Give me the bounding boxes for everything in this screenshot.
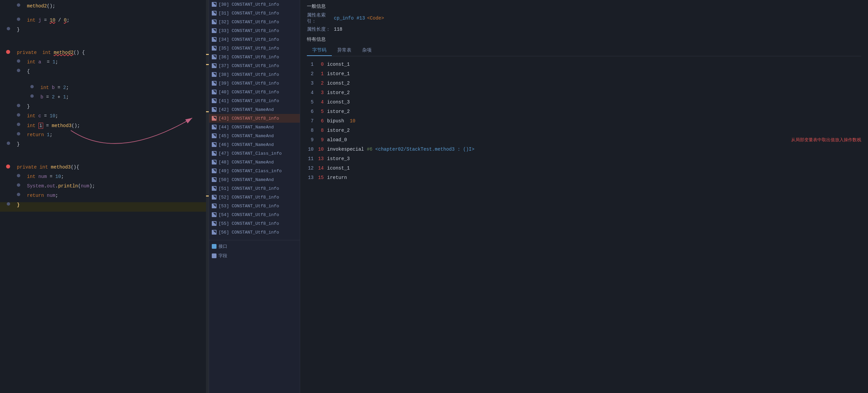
field-item[interactable]: 字段: [209, 251, 300, 261]
bc-line-num: 9: [307, 137, 317, 143]
bc-row-13: 13 15 ireturn: [307, 173, 861, 182]
gutter-dot: [7, 142, 10, 145]
const-item-37[interactable]: [37] CONSTANT_Utf8_info: [209, 61, 300, 70]
code-token: [35, 174, 38, 179]
const-item-41[interactable]: [41] CONSTANT_Utf8_info: [209, 96, 300, 105]
const-item-label: [37] CONSTANT_Utf8_info: [219, 63, 279, 68]
const-item-51[interactable]: [51] CONSTANT_Utf8_info: [209, 184, 300, 193]
code-token: }: [17, 202, 20, 208]
code-token: [51, 50, 54, 55]
const-item-54[interactable]: [54] CONSTANT_Utf8_info: [209, 210, 300, 219]
file-icon: [212, 46, 216, 51]
code-token: private: [17, 164, 37, 170]
code-line: int i = method3 ();: [0, 123, 209, 132]
code-token: }: [27, 104, 30, 109]
code-area: method2(); int j = 10 / 0 ;: [0, 0, 209, 222]
code-line: return 1 ;: [0, 132, 209, 142]
const-item-35[interactable]: [35] CONSTANT_Utf8_info: [209, 44, 300, 53]
bc-line-num: 11: [307, 156, 317, 161]
attribute-name-row: 属性名索引： cp_info #13 <Code>: [307, 12, 861, 24]
code-token: ;: [55, 59, 58, 65]
bc-row-1: 1 0 iconst_1: [307, 60, 861, 69]
const-item-52[interactable]: [52] CONSTANT_Utf8_info: [209, 193, 300, 202]
tab-bytecode[interactable]: 字节码: [307, 45, 332, 56]
const-item-49[interactable]: [49] CONSTANT_Class_info: [209, 167, 300, 175]
code-line: return num ;: [0, 193, 209, 202]
code-token: b: [40, 94, 43, 100]
code-token: [37, 164, 39, 170]
const-item-50[interactable]: [50] CONSTANT_NameAnd: [209, 175, 300, 184]
bc-line-num: 6: [307, 109, 317, 114]
const-item-43[interactable]: [43] CONSTANT_Utf8_info: [209, 114, 300, 123]
const-item-55[interactable]: [55] CONSTANT_Utf8_info: [209, 219, 300, 228]
code-line: int a = 1 ;: [0, 59, 209, 69]
gutter-dot: [17, 69, 20, 72]
file-icon: [212, 11, 216, 16]
code-token: out: [47, 183, 55, 189]
const-item-30[interactable]: [30] CONSTANT_Utf8_info: [209, 0, 300, 9]
const-item-45[interactable]: [45] CONSTANT_NameAnd: [209, 131, 300, 140]
bc-instruction: iconst_1: [327, 62, 861, 67]
file-icon: [212, 186, 216, 191]
code-line: int j = 10 / 0 ;: [0, 18, 209, 27]
code-token: ;: [67, 18, 69, 23]
const-item-34[interactable]: [34] CONSTANT_Utf8_info: [209, 35, 300, 44]
const-item-31[interactable]: [31] CONSTANT_Utf8_info: [209, 9, 300, 18]
code-token: 2: [52, 94, 55, 100]
const-item-48[interactable]: [48] CONSTANT_NameAnd: [209, 158, 300, 167]
const-item-36[interactable]: [36] CONSTANT_Utf8_info: [209, 53, 300, 61]
const-item-39[interactable]: [39] CONSTANT_Utf8_info: [209, 79, 300, 88]
bc-instruction: aload_0: [327, 137, 788, 143]
const-item-53[interactable]: [53] CONSTANT_Utf8_info: [209, 202, 300, 210]
code-token: 2: [63, 85, 66, 90]
const-item-42[interactable]: [42] CONSTANT_NameAnd: [209, 105, 300, 114]
gutter-breakpoint[interactable]: [6, 164, 10, 169]
const-item-label: [44] CONSTANT_NameAnd: [219, 125, 274, 130]
gutter-breakpoint[interactable]: [6, 50, 10, 54]
bc-instruction: ireturn: [327, 175, 861, 180]
const-item-label: [43] CONSTANT_Utf8_info: [219, 116, 279, 121]
tab-misc[interactable]: 杂项: [357, 45, 377, 56]
const-item-label: [48] CONSTANT_NameAnd: [219, 160, 274, 165]
const-item-56[interactable]: [56] CONSTANT_Utf8_info: [209, 228, 300, 237]
code-token: int: [27, 174, 35, 179]
scroll-track[interactable]: [206, 0, 209, 393]
gutter-dot: [17, 113, 20, 117]
bc-instruction: invokespecial #6 <chapter02/StackTest.me…: [327, 147, 861, 152]
file-icon: [212, 151, 216, 156]
bc-instruction: istore_3: [327, 156, 861, 161]
code-line: [0, 43, 209, 50]
const-item-label: [55] CONSTANT_Utf8_info: [219, 221, 279, 226]
code-token: }: [17, 142, 20, 147]
attribute-length-value: 118: [334, 27, 342, 32]
gutter: [0, 50, 13, 54]
gutter-dot: [17, 3, 20, 7]
const-item-38[interactable]: [38] CONSTANT_Utf8_info: [209, 70, 300, 79]
scroll-marker: [206, 64, 209, 65]
const-item-46[interactable]: [46] CONSTANT_NameAnd: [209, 140, 300, 149]
interface-label: 接口: [219, 243, 227, 249]
tab-exceptions[interactable]: 异常表: [332, 45, 357, 56]
bc-comment: 从局部变量表中取出值放入操作数栈: [791, 137, 861, 143]
bc-offset: 4: [317, 99, 327, 105]
bc-offset: 13: [317, 156, 327, 161]
code-token: ();: [47, 3, 55, 9]
code-token: int: [27, 123, 35, 128]
const-item-44[interactable]: [44] CONSTANT_NameAnd: [209, 123, 300, 131]
interface-item[interactable]: 接口: [209, 242, 300, 251]
file-icon: [212, 221, 216, 226]
bc-offset: 8: [317, 128, 327, 133]
attribute-name-value[interactable]: cp_info #13: [334, 16, 365, 21]
bc-line-num: 1: [307, 62, 317, 67]
bc-row-6: 6 5 istore_2: [307, 107, 861, 116]
const-item-label: [39] CONSTANT_Utf8_info: [219, 81, 279, 86]
file-icon: [212, 63, 216, 68]
const-item-40[interactable]: [40] CONSTANT_Utf8_info: [209, 88, 300, 96]
const-item-47[interactable]: [47] CONSTANT_Class_info: [209, 149, 300, 158]
gutter-dot: [17, 123, 20, 126]
gutter: [0, 3, 24, 7]
const-item-32[interactable]: [32] CONSTANT_Utf8_info: [209, 18, 300, 26]
code-line: }: [0, 27, 209, 36]
code-line: }: [0, 142, 209, 151]
const-item-33[interactable]: [33] CONSTANT_Utf8_info: [209, 26, 300, 35]
